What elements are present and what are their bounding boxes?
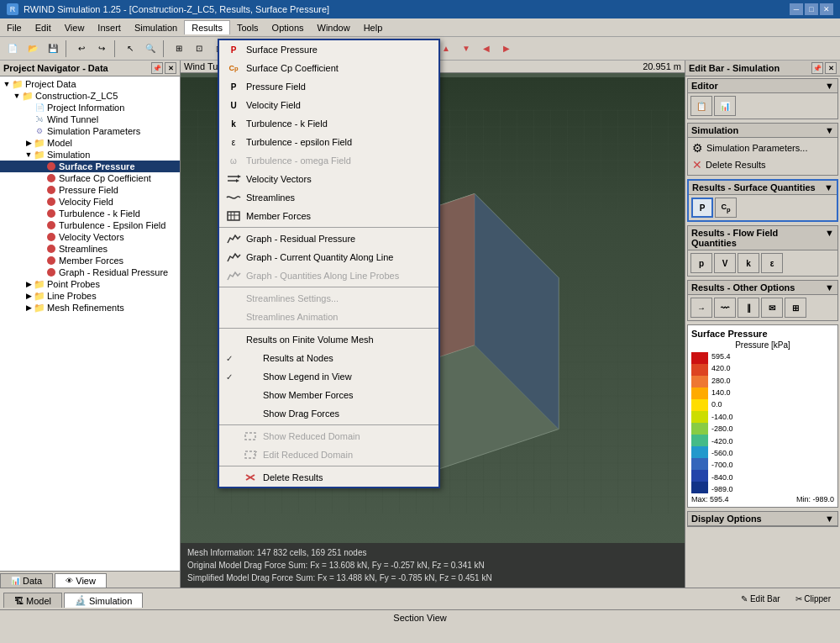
other-expand[interactable]: ▼ (825, 282, 834, 293)
tree-item-turbulence-k[interactable]: Turbulence - k Field (0, 208, 180, 219)
tab-view[interactable]: 👁 View (55, 573, 107, 588)
streamlines-btn[interactable]: 〰 (714, 298, 736, 318)
editor-expand[interactable]: ▼ (825, 81, 834, 91)
display-options-expand[interactable]: ▼ (825, 514, 834, 524)
menu-tools[interactable]: Tools (230, 21, 265, 34)
tree-item-line-probes[interactable]: ▶ 📁 Line Probes (0, 290, 180, 302)
tree-item-sim-params[interactable]: ⚙ Simulation Parameters (0, 125, 180, 137)
toggle-mesh-ref[interactable]: ▶ (24, 303, 34, 313)
tree-item-project-info[interactable]: 📄 Project Information (0, 102, 180, 113)
flow-p-btn[interactable]: p (690, 253, 712, 273)
edit-bar-btn[interactable]: ✎ Edit Bar (735, 589, 785, 608)
undo-btn[interactable]: ↩ (72, 40, 91, 58)
dropdown-results-nodes[interactable]: ✓ Results at Nodes (219, 349, 438, 367)
zoom-btn[interactable]: 🔍 (141, 40, 160, 58)
main-tab-simulation[interactable]: 🔬 Simulation (64, 593, 143, 608)
editor-chart-btn[interactable]: 📊 (714, 96, 736, 116)
restore-btn[interactable]: □ (805, 3, 818, 15)
toggle-simulation[interactable]: ▼ (24, 150, 34, 160)
toggle-line-probes[interactable]: ▶ (24, 291, 34, 301)
select-btn[interactable]: ↖ (121, 40, 139, 58)
tree-item-point-probes[interactable]: ▶ 📁 Point Probes (0, 278, 180, 290)
new-btn[interactable]: 📄 (3, 40, 22, 58)
tree-item-velocity-vectors[interactable]: Velocity Vectors (0, 231, 180, 243)
editor-table-btn[interactable]: 📋 (690, 96, 712, 116)
dropdown-graph-current[interactable]: Graph - Current Quantity Along Line (219, 248, 438, 266)
menu-view[interactable]: View (58, 21, 92, 34)
tree-item-streamlines[interactable]: Streamlines (0, 243, 180, 255)
window-controls[interactable]: ─ □ ✕ (790, 3, 833, 15)
dropdown-finite-volume[interactable]: Results on Finite Volume Mesh (219, 330, 438, 349)
dropdown-turbulence-eps[interactable]: ε Turbulence - epsilon Field (219, 133, 438, 151)
delete-results-btn[interactable]: ✕ Delete Results (690, 156, 835, 173)
surface-p-btn[interactable]: P (691, 198, 713, 218)
tree-item-construction[interactable]: ▼ 📁 Construction-Z_LC5 (0, 90, 180, 102)
envelope-btn[interactable]: ✉ (761, 298, 783, 318)
tree-item-graph-residual[interactable]: Graph - Residual Pressure (0, 266, 180, 278)
grid-btn[interactable]: ⊞ (785, 298, 806, 318)
toggle-construction[interactable]: ▼ (12, 91, 22, 101)
tree-item-model[interactable]: ▶ 📁 Model (0, 137, 180, 149)
dropdown-velocity-field[interactable]: U Velocity Field (219, 96, 438, 114)
tree-item-pressure-field[interactable]: Pressure Field (0, 184, 180, 196)
tb15[interactable]: ◀ (477, 40, 496, 58)
sim-params-btn[interactable]: ⚙ Simulation Parameters... (690, 140, 835, 156)
dropdown-member-forces[interactable]: Member Forces (219, 207, 438, 225)
menu-help[interactable]: Help (357, 21, 390, 34)
dropdown-turbulence-k[interactable]: k Turbulence - k Field (219, 114, 438, 133)
toggle-project-data[interactable]: ▼ (2, 79, 12, 89)
dropdown-velocity-vectors[interactable]: Velocity Vectors (219, 170, 438, 188)
tb2[interactable]: ⊡ (190, 40, 208, 58)
tree-item-project-data[interactable]: ▼ 📁 Project Data (0, 78, 180, 90)
main-tab-model[interactable]: 🏗 Model (3, 593, 62, 608)
menu-file[interactable]: File (0, 21, 29, 34)
open-btn[interactable]: 📂 (24, 40, 42, 58)
vectors-btn[interactable]: → (690, 298, 712, 318)
dropdown-delete-results[interactable]: ✓ Delete Results (219, 468, 438, 487)
surface-cp-btn[interactable]: Cp (715, 198, 737, 218)
tree-item-velocity-field[interactable]: Velocity Field (0, 196, 180, 208)
tb16[interactable]: ▶ (497, 40, 516, 58)
flow-expand[interactable]: ▼ (825, 228, 834, 248)
tree-item-surface-cp[interactable]: Surface Cp Coefficient (0, 172, 180, 184)
right-panel-close[interactable]: ✕ (825, 62, 837, 74)
menu-insert[interactable]: Insert (91, 21, 128, 34)
tree-item-member-forces[interactable]: Member Forces (0, 255, 180, 266)
redo-btn[interactable]: ↪ (92, 40, 111, 58)
right-panel-pin[interactable]: 📌 (811, 62, 823, 74)
dropdown-show-member[interactable]: ✓ Show Member Forces (219, 386, 438, 404)
forces-btn[interactable]: ‖ (738, 298, 759, 318)
tree-item-surface-pressure[interactable]: Surface Pressure (0, 161, 180, 172)
save-btn[interactable]: 💾 (44, 40, 62, 58)
menu-window[interactable]: Window (311, 21, 357, 34)
simulation-expand[interactable]: ▼ (825, 125, 834, 135)
panel-close-btn[interactable]: ✕ (165, 62, 176, 74)
tree-item-simulation-folder[interactable]: ▼ 📁 Simulation (0, 149, 180, 161)
flow-v-btn[interactable]: V (714, 253, 736, 273)
dropdown-graph-residual[interactable]: Graph - Residual Pressure (219, 229, 438, 248)
flow-k-btn[interactable]: k (738, 253, 759, 273)
minimize-btn[interactable]: ─ (790, 3, 803, 15)
dropdown-show-drag[interactable]: ✓ Show Drag Forces (219, 404, 438, 423)
menu-options[interactable]: Options (265, 21, 311, 34)
clipper-btn[interactable]: ✂ Clipper (790, 589, 837, 608)
menu-edit[interactable]: Edit (29, 21, 58, 34)
toggle-model[interactable]: ▶ (24, 138, 34, 148)
dropdown-surface-cp[interactable]: Cp Surface Cp Coefficient (219, 59, 438, 77)
dropdown-show-legend[interactable]: ✓ Show Legend in View (219, 367, 438, 386)
menu-results[interactable]: Results (184, 20, 230, 34)
toggle-point-probes[interactable]: ▶ (24, 279, 34, 289)
tb14[interactable]: ▼ (457, 40, 475, 58)
panel-pin-btn[interactable]: 📌 (151, 62, 163, 74)
tab-data[interactable]: 📊 Data (0, 573, 53, 588)
tb1[interactable]: ⊞ (170, 40, 188, 58)
dropdown-streamlines[interactable]: Streamlines (219, 188, 438, 207)
menu-simulation[interactable]: Simulation (128, 21, 184, 34)
dropdown-surface-pressure[interactable]: P Surface Pressure (219, 40, 438, 59)
tree-item-wind-tunnel[interactable]: 🌬 Wind Tunnel (0, 113, 180, 125)
close-btn[interactable]: ✕ (820, 3, 833, 15)
tree-item-mesh-refinements[interactable]: ▶ 📁 Mesh Refinements (0, 302, 180, 314)
flow-eps-btn[interactable]: ε (761, 253, 783, 273)
tree-item-turbulence-eps[interactable]: Turbulence - Epsilon Field (0, 219, 180, 231)
surface-expand[interactable]: ▼ (824, 182, 833, 192)
